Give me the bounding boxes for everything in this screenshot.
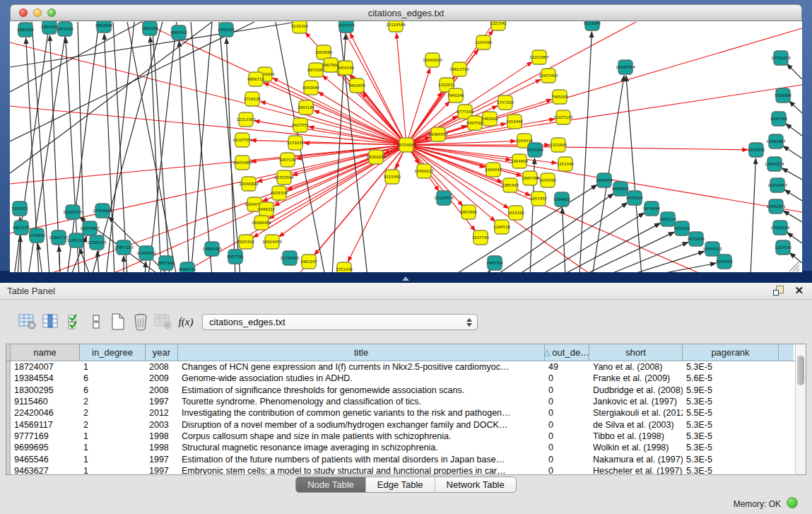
graph-node[interactable]: 5498222 bbox=[258, 202, 275, 216]
graph-node[interactable]: 14569117 bbox=[414, 164, 433, 178]
graph-edge[interactable] bbox=[226, 38, 235, 272]
graph-node[interactable]: 2935114 bbox=[659, 212, 677, 226]
table-cell[interactable]: 5.3E-5 bbox=[683, 362, 779, 372]
graph-node[interactable]: 2204047 bbox=[485, 163, 502, 177]
graph-node[interactable]: 1167533 bbox=[775, 240, 792, 255]
graph-edge[interactable] bbox=[782, 168, 802, 180]
table-cell[interactable]: 1998 bbox=[146, 431, 178, 441]
table-cell[interactable]: Tourette syndrome. Phenomenology and cla… bbox=[178, 397, 545, 407]
table-cell[interactable]: Disruption of a novel member of a sodium… bbox=[178, 420, 545, 430]
delete-table-icon[interactable] bbox=[153, 311, 174, 332]
graph-node[interactable]: 8215958 bbox=[748, 143, 765, 157]
resize-grip[interactable] bbox=[789, 262, 799, 271]
table-cell[interactable]: 19384554 bbox=[11, 373, 80, 383]
graph-edge[interactable] bbox=[145, 262, 146, 272]
graph-node[interactable]: 10654112 bbox=[702, 242, 722, 256]
graph-edge[interactable] bbox=[625, 252, 705, 272]
table-cell[interactable]: Jankovic et al. (1997) bbox=[589, 397, 683, 407]
table-cell[interactable]: 5.3E-5 bbox=[683, 420, 779, 430]
graph-node[interactable]: 17957223 bbox=[114, 240, 133, 255]
graph-node[interactable]: 7462662 bbox=[481, 112, 498, 126]
graph-edge[interactable] bbox=[751, 158, 755, 272]
graph-node[interactable]: 1957193 bbox=[57, 22, 73, 36]
table-cell[interactable]: Estimation of the future numbers of pati… bbox=[178, 455, 545, 465]
table-row[interactable]: 2242004622012Investigating the contribut… bbox=[6, 407, 806, 419]
table-cell[interactable]: Investigating the contribution of common… bbox=[178, 408, 545, 418]
table-row[interactable]: 1830029562008Estimation of significance … bbox=[6, 385, 806, 396]
graph-node[interactable]: 1751434 bbox=[336, 262, 353, 272]
close-panel-icon[interactable]: ✕ bbox=[794, 284, 804, 297]
table-cell[interactable]: Franke et al. (2009) bbox=[589, 373, 683, 383]
graph-node[interactable]: 16210643 bbox=[767, 178, 787, 192]
graph-node[interactable]: 9896712 bbox=[247, 72, 264, 86]
table-cell[interactable]: 9465546 bbox=[11, 455, 80, 465]
table-cell[interactable]: 2008 bbox=[146, 362, 178, 372]
graph-node[interactable]: 1105480 bbox=[475, 35, 493, 49]
graph-node[interactable]: 17359924 bbox=[93, 204, 112, 218]
graph-node[interactable]: 9115460 bbox=[384, 170, 401, 184]
graph-edge[interactable] bbox=[452, 185, 597, 272]
table-cell[interactable]: 1997 bbox=[146, 455, 178, 465]
graph-node[interactable]: 9267130 bbox=[279, 153, 297, 167]
column-header-year[interactable]: year bbox=[146, 344, 178, 361]
table-source-select[interactable]: citations_edges.txt bbox=[202, 314, 478, 330]
graph-node[interactable]: 9427552 bbox=[292, 118, 309, 132]
graph-edge[interactable] bbox=[396, 33, 406, 138]
function-builder-icon[interactable]: f(x) bbox=[175, 311, 196, 332]
graph-edge[interactable] bbox=[152, 22, 170, 272]
table-cell[interactable]: 18300295 bbox=[11, 385, 80, 395]
column-header-pagerank[interactable]: pagerank bbox=[683, 344, 779, 361]
column-header-out_de[interactable]: △out_de… bbox=[545, 344, 589, 361]
graph-node[interactable]: 2200686 bbox=[315, 45, 333, 59]
table-cell[interactable]: 5.6E-5 bbox=[683, 373, 779, 383]
graph-node[interactable]: 1895798 bbox=[522, 171, 539, 185]
table-cell[interactable]: 1998 bbox=[146, 443, 178, 452]
table-cell[interactable]: 0 bbox=[545, 420, 589, 430]
graph-edge[interactable] bbox=[113, 22, 127, 272]
scrollbar-thumb[interactable] bbox=[797, 356, 804, 385]
graph-node[interactable]: 7485063 bbox=[551, 90, 568, 104]
graph-node[interactable]: 12942737 bbox=[49, 230, 68, 245]
graph-node[interactable]: 8471676 bbox=[688, 232, 705, 246]
graph-node[interactable]: 19613710 bbox=[449, 62, 469, 76]
graph-edge[interactable] bbox=[412, 150, 495, 222]
graph-node[interactable]: 18107554 bbox=[233, 133, 252, 147]
graph-node[interactable]: 16640910 bbox=[423, 53, 442, 67]
table-cell[interactable]: 6 bbox=[80, 373, 146, 383]
graph-node[interactable]: 8878334 bbox=[271, 186, 288, 200]
graph-node[interactable]: 8130304 bbox=[291, 21, 309, 33]
graph-node[interactable]: 1094662 bbox=[553, 192, 570, 206]
table-cell[interactable]: 0 bbox=[545, 408, 589, 418]
graph-node[interactable]: 1321660 bbox=[550, 138, 567, 152]
graph-node[interactable]: 1221541 bbox=[490, 21, 507, 30]
table-cell[interactable]: 5.5E-5 bbox=[683, 408, 779, 418]
graph-node[interactable]: 18724007 bbox=[396, 138, 416, 152]
graph-node[interactable]: 1085493 bbox=[502, 178, 519, 192]
create-column-icon[interactable] bbox=[107, 311, 129, 332]
table-cell[interactable]: 9463627 bbox=[11, 466, 80, 475]
graph-node[interactable]: 1945764 bbox=[486, 256, 504, 270]
table-cell[interactable]: 2003 bbox=[146, 420, 178, 430]
graph-edge[interactable] bbox=[413, 145, 748, 150]
graph-node[interactable]: 16914479 bbox=[262, 235, 282, 249]
table-cell[interactable]: de Silva et al. (2003) bbox=[589, 420, 683, 430]
graph-node[interactable]: 8133046 bbox=[584, 21, 601, 30]
table-row[interactable]: 911546021997Tourette syndrome. Phenomeno… bbox=[6, 396, 806, 407]
table-row[interactable]: 969969511998Structural magnetic resonanc… bbox=[6, 442, 806, 453]
float-panel-icon[interactable] bbox=[773, 286, 784, 296]
graph-node[interactable]: 2803144 bbox=[298, 100, 315, 115]
minimize-window-button[interactable] bbox=[33, 8, 42, 17]
table-cell[interactable]: 1 bbox=[80, 443, 146, 452]
table-cell[interactable]: 0 bbox=[545, 443, 589, 452]
graph-node[interactable]: 10973493 bbox=[539, 69, 558, 83]
table-cell[interactable]: Dudbridge et al. (2008) bbox=[589, 385, 683, 395]
graph-edge[interactable] bbox=[563, 208, 565, 272]
graph-node[interactable]: 15751074 bbox=[771, 51, 791, 65]
graph-node[interactable]: 8975685 bbox=[307, 63, 324, 77]
table-cell[interactable]: 0 bbox=[545, 466, 589, 475]
table-cell[interactable]: 2 bbox=[80, 420, 146, 430]
table-cell[interactable]: 2009 bbox=[146, 373, 178, 383]
table-cell[interactable]: 2008 bbox=[146, 385, 178, 395]
table-vertical-scrollbar[interactable] bbox=[795, 344, 806, 474]
graph-node[interactable]: 6497568 bbox=[466, 116, 484, 130]
